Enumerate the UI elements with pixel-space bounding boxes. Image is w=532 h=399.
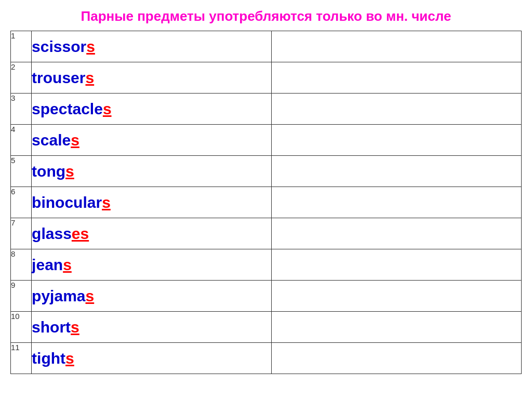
row-number: 9 bbox=[11, 281, 32, 312]
plural-suffix: s bbox=[86, 287, 95, 304]
table-row: 2trousers bbox=[11, 62, 522, 94]
plural-suffix: es bbox=[72, 225, 89, 242]
word-cell: tongs bbox=[32, 156, 271, 187]
row-number: 10 bbox=[11, 312, 32, 343]
empty-cell bbox=[271, 343, 521, 374]
table-row: 9pyjamas bbox=[11, 281, 522, 312]
plural-suffix: s bbox=[65, 350, 74, 367]
empty-cell bbox=[271, 187, 521, 218]
plural-suffix: s bbox=[71, 318, 79, 336]
row-number: 3 bbox=[11, 94, 32, 125]
row-number: 8 bbox=[11, 249, 32, 281]
empty-cell bbox=[271, 94, 521, 125]
table-row: 6binoculars bbox=[11, 187, 522, 218]
plural-suffix: s bbox=[86, 38, 95, 55]
word-cell: glasses bbox=[32, 218, 271, 249]
word-cell: pyjamas bbox=[32, 281, 271, 312]
table-row: 1scissors bbox=[11, 31, 522, 62]
word-cell: spectacles bbox=[32, 94, 271, 125]
plural-suffix: s bbox=[71, 131, 79, 149]
empty-cell bbox=[271, 31, 521, 62]
row-number: 4 bbox=[11, 125, 32, 156]
word-text: scissors bbox=[32, 38, 95, 55]
empty-cell bbox=[271, 218, 521, 249]
word-text: tongs bbox=[32, 163, 74, 180]
row-number: 6 bbox=[11, 187, 32, 218]
empty-cell bbox=[271, 249, 521, 281]
word-cell: scissors bbox=[32, 31, 271, 62]
row-number: 2 bbox=[11, 62, 32, 94]
table-row: 7glasses bbox=[11, 218, 522, 249]
word-cell: shorts bbox=[32, 312, 271, 343]
empty-cell bbox=[271, 62, 521, 94]
word-text: trousers bbox=[32, 69, 94, 86]
word-cell: tights bbox=[32, 343, 271, 374]
table-row: 5tongs bbox=[11, 156, 522, 187]
plural-suffix: s bbox=[85, 69, 94, 86]
word-text: spectacles bbox=[32, 100, 111, 117]
table-row: 8jeans bbox=[11, 249, 522, 281]
empty-cell bbox=[271, 125, 521, 156]
empty-cell bbox=[271, 281, 521, 312]
table-row: 3spectacles bbox=[11, 94, 522, 125]
table-row: 11tights bbox=[11, 343, 522, 374]
row-number: 5 bbox=[11, 156, 32, 187]
empty-cell bbox=[271, 156, 521, 187]
table-row: 4scales bbox=[11, 125, 522, 156]
word-text: jeans bbox=[32, 256, 72, 273]
word-text: shorts bbox=[32, 318, 79, 336]
word-cell: binoculars bbox=[32, 187, 271, 218]
word-cell: jeans bbox=[32, 249, 271, 281]
word-text: tights bbox=[32, 350, 74, 367]
empty-cell bbox=[271, 312, 521, 343]
page-title: Парные предметы употребляются только во … bbox=[10, 8, 522, 24]
plural-suffix: s bbox=[65, 163, 74, 180]
row-number: 1 bbox=[11, 31, 32, 62]
word-text: scales bbox=[32, 131, 79, 149]
row-number: 7 bbox=[11, 218, 32, 249]
plural-suffix: s bbox=[63, 256, 72, 273]
word-text: glasses bbox=[32, 225, 89, 242]
row-number: 11 bbox=[11, 343, 32, 374]
word-cell: scales bbox=[32, 125, 271, 156]
word-text: pyjamas bbox=[32, 287, 94, 304]
word-text: binoculars bbox=[32, 194, 111, 211]
plural-suffix: s bbox=[102, 194, 111, 211]
word-cell: trousers bbox=[32, 62, 271, 94]
plural-suffix: s bbox=[103, 100, 112, 117]
table-row: 10shorts bbox=[11, 312, 522, 343]
vocabulary-table: 1scissors2trousers3spectacles4scales5ton… bbox=[10, 31, 522, 374]
